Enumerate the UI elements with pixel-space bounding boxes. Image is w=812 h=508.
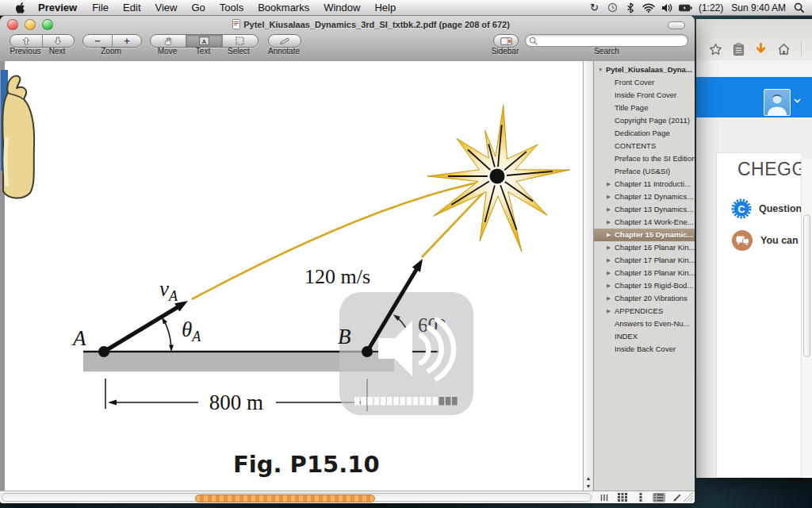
- app-menu-preview[interactable]: Preview: [31, 2, 85, 13]
- disclosure-triangle[interactable]: ▶: [607, 216, 615, 229]
- sidebar-item[interactable]: CONTENTS: [594, 140, 695, 152]
- pdf-page[interactable]: 800 m: [0, 61, 583, 491]
- close-button[interactable]: [7, 19, 18, 30]
- wifi-icon[interactable]: [642, 2, 656, 14]
- menu-item[interactable]: Bookmarks: [251, 2, 316, 13]
- disclosure-triangle[interactable]: ▶: [607, 254, 615, 267]
- browser-window: CHEGG S C Questions You can a: [696, 19, 812, 478]
- sidebar-item[interactable]: ▶ Chapter 14 Work-Ene...: [594, 216, 695, 229]
- sidebar-item[interactable]: ▶ Chapter 11 Introducti...: [594, 178, 695, 190]
- annotate-button[interactable]: [268, 34, 301, 48]
- sidebar-item[interactable]: ▶ Chapter 16 Planar Kin...: [594, 241, 695, 254]
- time-machine-icon[interactable]: [606, 2, 619, 14]
- sidebar-item[interactable]: ▼ Pytel_Kiusalaas_Dyna...: [594, 64, 695, 76]
- browser-scrollbar[interactable]: [801, 159, 812, 478]
- sidebar-item[interactable]: Dedication Page: [594, 127, 695, 140]
- resize-grip[interactable]: [684, 492, 694, 502]
- text-tool-button[interactable]: A: [186, 35, 221, 47]
- sidebar-item[interactable]: ▶ Chapter 17 Planar Kin...: [594, 254, 695, 267]
- zoom-in-button[interactable]: +: [112, 35, 141, 47]
- disclosure-triangle[interactable]: ▼: [598, 64, 606, 76]
- bookmark-star-icon[interactable]: [709, 43, 722, 56]
- text-selection-icon: A: [199, 37, 209, 45]
- sidebar-item[interactable]: Title Page: [594, 102, 695, 114]
- previous-button[interactable]: [10, 35, 42, 47]
- disclosure-triangle[interactable]: ▶: [607, 229, 615, 241]
- move-tool-button[interactable]: [151, 35, 186, 47]
- menu-item[interactable]: Help: [367, 2, 403, 13]
- toolbar-toggle-pill[interactable]: [668, 21, 685, 29]
- thumbnails-button[interactable]: [616, 493, 629, 502]
- scrollbar-thumb-orange[interactable]: [195, 495, 375, 502]
- sidebar-item[interactable]: Front Cover: [594, 76, 695, 89]
- reading-list-icon[interactable]: [733, 43, 745, 56]
- site-header: [696, 77, 812, 117]
- volume-menu-icon[interactable]: [661, 2, 674, 14]
- battery-icon[interactable]: [679, 2, 692, 14]
- sidebar-item[interactable]: ▶ Chapter 15 Dynamic...: [594, 229, 695, 241]
- sidebar-item[interactable]: Inside Back Cover: [594, 343, 695, 356]
- point-a-group: [98, 301, 188, 357]
- home-icon[interactable]: [777, 43, 791, 56]
- zoom-label: Zoom: [101, 47, 121, 56]
- sidebar-button[interactable]: [493, 34, 519, 48]
- next-button[interactable]: [42, 35, 75, 47]
- contact-sheet-button[interactable]: [634, 493, 647, 502]
- sidebar-item[interactable]: Copyright Page (2011): [594, 114, 695, 127]
- table-of-contents-button[interactable]: [653, 493, 665, 502]
- sync-icon[interactable]: ↻: [588, 2, 601, 14]
- disclosure-triangle[interactable]: ▶: [607, 267, 615, 279]
- minimize-button[interactable]: [25, 19, 36, 30]
- disclosure-triangle[interactable]: ▶: [607, 190, 615, 203]
- sidebar-item[interactable]: ▶ Chapter 19 Rigid-Bod...: [594, 279, 695, 292]
- list-item[interactable]: C Questions: [731, 198, 807, 219]
- disclosure-triangle[interactable]: ▶: [607, 178, 615, 190]
- disclosure-triangle[interactable]: ▶: [607, 292, 615, 305]
- sidebar-item[interactable]: INDEX: [594, 330, 695, 343]
- zoom-window-button[interactable]: [42, 19, 53, 30]
- disclosure-triangle[interactable]: ▶: [607, 279, 615, 292]
- apple-menu-icon[interactable]: [8, 2, 31, 14]
- select-tool-button[interactable]: [222, 35, 258, 47]
- disclosure-triangle[interactable]: ▶: [607, 203, 615, 216]
- spotlight-search-icon[interactable]: [792, 2, 806, 14]
- menu-item[interactable]: Go: [184, 2, 212, 13]
- sidebar-item[interactable]: Inside Front Cover: [594, 89, 695, 102]
- zoom-out-button[interactable]: −: [83, 35, 112, 47]
- vertical-scrollbar[interactable]: ▲ ▼: [583, 61, 593, 491]
- menu-item[interactable]: Window: [316, 2, 367, 13]
- sidebar-bottom-bar: [593, 491, 695, 503]
- menu-item[interactable]: View: [148, 2, 185, 13]
- sidebar-item[interactable]: ▶ Chapter 18 Planar Kin...: [594, 267, 695, 279]
- chat-bubbles-badge: [731, 229, 753, 252]
- scrollbar-thumb[interactable]: [803, 214, 810, 357]
- disclosure-triangle[interactable]: ▶: [607, 305, 615, 318]
- list-item[interactable]: You can a: [731, 229, 806, 252]
- annotations-button[interactable]: [671, 493, 684, 502]
- menu-clock[interactable]: Sun 9:40 AM: [730, 2, 787, 13]
- chevron-down-icon[interactable]: [794, 98, 801, 103]
- sidebar-item[interactable]: ▶ Chapter 13 Dynamics...: [594, 203, 695, 216]
- content-only-button[interactable]: [598, 493, 611, 502]
- menu-item[interactable]: File: [85, 2, 116, 13]
- scroll-up-arrow[interactable]: ▲: [586, 475, 592, 483]
- zoom-group: − +: [82, 34, 142, 48]
- search-input[interactable]: [538, 35, 684, 46]
- scroll-down-arrow[interactable]: ▼: [586, 483, 592, 491]
- download-icon[interactable]: [755, 43, 767, 56]
- avatar[interactable]: [764, 89, 791, 116]
- scrollbar-track[interactable]: [2, 493, 592, 502]
- sidebar-item[interactable]: Preface (US&SI): [594, 165, 695, 178]
- menu-item[interactable]: Tools: [213, 2, 251, 13]
- sidebar-item[interactable]: ▶ APPENDICES: [594, 305, 695, 318]
- sidebar-item[interactable]: Preface to the SI Edition: [594, 152, 695, 165]
- sidebar-item[interactable]: ▶ Chapter 20 Vibrations: [594, 292, 695, 305]
- window-controls: [7, 19, 53, 30]
- horizontal-scrollbar[interactable]: [0, 491, 593, 503]
- disclosure-triangle[interactable]: ▶: [607, 241, 615, 254]
- bluetooth-icon[interactable]: [624, 2, 638, 14]
- menu-item[interactable]: Edit: [116, 2, 147, 13]
- sidebar-item[interactable]: ▶ Chapter 12 Dynamics...: [594, 190, 695, 203]
- search-field[interactable]: [525, 34, 688, 47]
- sidebar-item[interactable]: Answers to Even-Nu...: [594, 318, 695, 330]
